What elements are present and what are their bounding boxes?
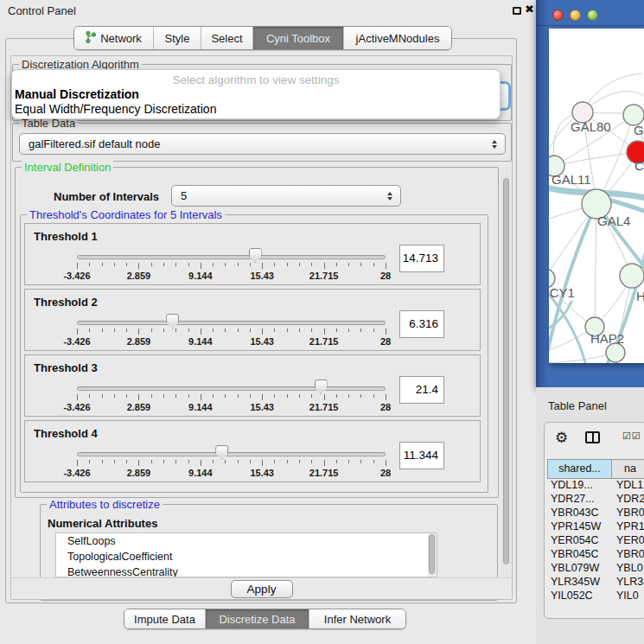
column-header-shared-name[interactable]: shared...	[547, 459, 612, 479]
tick-mark	[287, 263, 288, 266]
table-data-selected-value: galFiltered.sif default node	[20, 137, 491, 150]
table-data-combobox[interactable]: galFiltered.sif default node	[19, 133, 506, 155]
gear-icon[interactable]: ⚙	[555, 429, 568, 447]
threshold-slider-thumb[interactable]	[215, 445, 228, 460]
threshold-value-field[interactable]: 14.713	[399, 245, 444, 272]
tab-discretize-data[interactable]: Discretize Data	[206, 609, 309, 628]
tick-mark	[348, 328, 349, 332]
slider-scale-labels: -3.4262.8599.14415.4321.71528	[77, 336, 386, 347]
table-row[interactable]: YDR27...YDR2	[547, 493, 644, 507]
attributes-scrollbar-track[interactable]	[428, 533, 437, 577]
tick-mark	[175, 394, 176, 398]
table-row[interactable]: YIL052CYIL0	[547, 590, 644, 603]
main-scrollbar-track[interactable]	[501, 165, 511, 577]
tab-style[interactable]: Style	[154, 27, 201, 49]
tick-mark	[311, 460, 312, 463]
threshold-label: Threshold 2	[34, 296, 98, 309]
tick-mark	[102, 328, 103, 332]
titlebar-separator	[536, 25, 644, 26]
tick-mark	[348, 394, 349, 398]
tick-mark	[163, 394, 164, 398]
number-of-intervals-spinner[interactable]: 5	[171, 185, 401, 207]
tick-mark	[373, 328, 374, 332]
tick-mark	[77, 328, 78, 335]
tick-mark	[311, 394, 312, 398]
tick-mark	[77, 460, 78, 466]
tab-select[interactable]: Select	[201, 27, 253, 49]
close-icon[interactable]: ✖	[525, 3, 534, 16]
threshold-slider-track[interactable]	[77, 255, 386, 259]
apply-button[interactable]: Apply	[231, 580, 293, 598]
tick-mark	[336, 460, 337, 463]
tick-mark	[238, 460, 239, 463]
tick-mark	[238, 263, 239, 266]
zoom-traffic-light[interactable]	[587, 10, 598, 21]
algorithm-dropdown-popup: Select algorithm to view settings Manual…	[11, 69, 501, 119]
threshold-value-field[interactable]: 11.344	[399, 442, 444, 469]
network-node-H[interactable]	[620, 264, 644, 288]
tick-mark	[299, 394, 300, 398]
tick-mark	[77, 394, 78, 400]
threshold-value-field[interactable]: 6.316	[399, 310, 444, 338]
tab-jactivemnodules[interactable]: jActiveMNodules	[344, 27, 451, 49]
scale-label: -3.426	[63, 336, 90, 347]
cell-name: YIL0	[612, 590, 644, 603]
table-row[interactable]: YPR145WYPR1	[547, 520, 644, 534]
table-row[interactable]: YLR345WYLR3	[547, 576, 644, 590]
tab-network[interactable]: Network	[74, 27, 154, 49]
float-window-icon[interactable]	[513, 7, 521, 15]
attribute-list-item[interactable]: SelfLoops	[56, 533, 437, 549]
threshold-slider-track[interactable]	[77, 452, 386, 456]
table-panel-area: Table Panel ⚙ ☑☑ shared... na YDL19...YD…	[536, 387, 644, 644]
table-row[interactable]: YBR043CYBR0	[547, 507, 644, 520]
network-canvas[interactable]: GAL80G.CGAL11GAL4GCY1HHAP2	[549, 29, 644, 363]
tick-mark	[324, 328, 325, 335]
tick-mark	[114, 263, 115, 266]
close-traffic-light[interactable]	[552, 10, 564, 21]
apply-strip: Apply	[11, 577, 512, 599]
scale-label: 21.715	[309, 336, 339, 347]
tick-mark	[188, 460, 189, 463]
minimize-traffic-light[interactable]	[570, 10, 581, 21]
scale-label: 28	[380, 402, 391, 412]
tick-mark	[151, 394, 152, 398]
scale-label: 2.859	[127, 271, 151, 281]
threshold-slider-thumb[interactable]	[166, 314, 179, 328]
column-layout-icon[interactable]	[585, 431, 600, 443]
slider-ticks	[77, 394, 386, 401]
tick-mark	[175, 263, 176, 266]
tick-mark	[274, 263, 275, 266]
attributes-scrollbar-thumb[interactable]	[429, 534, 435, 574]
threshold-slider-thumb[interactable]	[315, 379, 328, 394]
threshold-value-field[interactable]: 21.4	[399, 376, 444, 404]
node-table: shared... na YDL19...YDL1YDR27...YDR2YBR…	[547, 459, 644, 603]
threshold-slider-thumb[interactable]	[249, 248, 262, 263]
node-label: GCY1	[549, 285, 575, 300]
tab-infer-network[interactable]: Infer Network	[309, 609, 405, 628]
tab-impute-data[interactable]: Impute Data	[124, 609, 206, 628]
panel-title: Control Panel	[8, 4, 76, 17]
table-row[interactable]: YBL079WYBL0	[547, 562, 644, 576]
dropdown-option-manual[interactable]: Manual Discretization	[12, 87, 500, 102]
main-scrollbar-thumb[interactable]	[503, 178, 509, 564]
column-header-name[interactable]: na	[612, 459, 644, 479]
attribute-list-item[interactable]: TopologicalCoefficient	[56, 549, 437, 564]
table-row[interactable]: YER054CYER0	[547, 534, 644, 548]
table-row[interactable]: YDL19...YDL1	[547, 479, 644, 493]
cell-name: YBR0	[612, 548, 644, 562]
threshold-slider-track[interactable]	[77, 386, 386, 391]
tick-mark	[151, 328, 152, 332]
dropdown-option-equal-width[interactable]: Equal Width/Frequency Discretization	[12, 102, 500, 117]
tick-mark	[324, 394, 325, 400]
threshold-panel-2: Threshold 2-3.4262.8599.14415.4321.71528…	[24, 289, 481, 351]
threshold-slider-track[interactable]	[77, 321, 386, 325]
tab-cyni-toolbox[interactable]: Cyni Toolbox	[253, 27, 344, 49]
tick-mark	[360, 328, 361, 332]
numerical-attributes-list[interactable]: SelfLoopsTopologicalCoefficientBetweenne…	[55, 532, 437, 577]
tick-mark	[360, 394, 361, 398]
table-row[interactable]: YBR045CYBR0	[547, 548, 644, 562]
attribute-list-item[interactable]: BetweennessCentrality	[56, 564, 437, 577]
network-node[interactable]	[606, 343, 625, 362]
scale-label: 9.144	[188, 468, 213, 478]
select-columns-icon[interactable]: ☑☑	[622, 430, 641, 442]
